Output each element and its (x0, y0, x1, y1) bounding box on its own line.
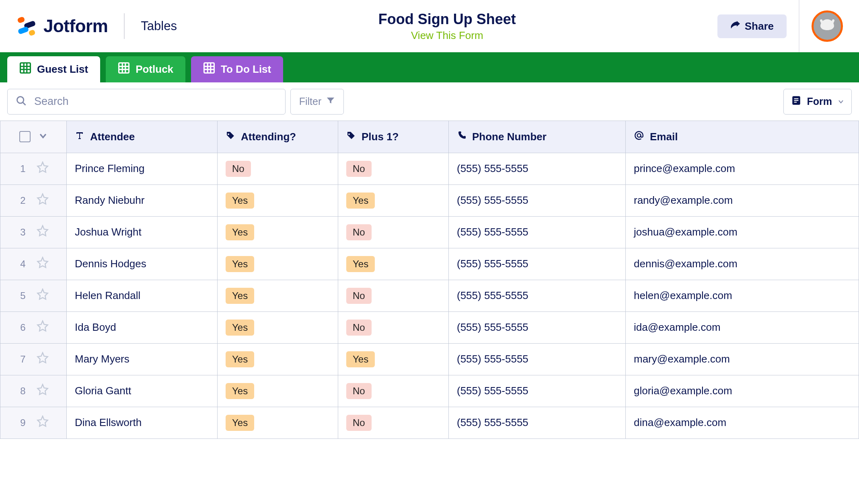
table-row[interactable]: 6Ida BoydYesNo(555) 555-5555ida@example.… (0, 311, 859, 343)
email-cell[interactable]: dina@example.com (626, 407, 859, 438)
attending-cell[interactable]: Yes (218, 343, 338, 375)
attending-cell[interactable]: Yes (218, 248, 338, 280)
search-box[interactable] (7, 89, 286, 115)
email-cell[interactable]: prince@example.com (626, 153, 859, 184)
table-row[interactable]: 1Prince FlemingNoNo(555) 555-5555prince@… (0, 153, 859, 184)
star-icon[interactable] (37, 193, 49, 208)
email-cell[interactable]: mary@example.com (626, 343, 859, 375)
plus1-cell[interactable]: No (338, 216, 449, 248)
table-row[interactable]: 9Dina EllsworthYesNo(555) 555-5555dina@e… (0, 407, 859, 438)
search-input[interactable] (34, 95, 277, 108)
attendee-cell[interactable]: Joshua Wright (67, 216, 218, 248)
email-cell[interactable]: gloria@example.com (626, 375, 859, 407)
email-cell[interactable]: randy@example.com (626, 184, 859, 216)
status-badge: Yes (226, 193, 254, 209)
attending-cell[interactable]: No (218, 153, 338, 184)
email-cell[interactable]: ida@example.com (626, 311, 859, 343)
phone-cell[interactable]: (555) 555-5555 (449, 184, 626, 216)
share-button-label: Share (745, 20, 774, 33)
attendee-cell[interactable]: Gloria Gantt (67, 375, 218, 407)
column-header-email[interactable]: Email (626, 121, 859, 153)
phone-cell[interactable]: (555) 555-5555 (449, 407, 626, 438)
phone-cell[interactable]: (555) 555-5555 (449, 375, 626, 407)
share-button[interactable]: Share (717, 14, 787, 38)
attendee-cell[interactable]: Randy Niebuhr (67, 184, 218, 216)
share-icon (730, 20, 741, 33)
chevron-down-icon[interactable] (39, 131, 47, 143)
star-icon[interactable] (37, 352, 49, 367)
column-label: Email (650, 131, 678, 143)
table-row[interactable]: 2Randy NiebuhrYesYes(555) 555-5555randy@… (0, 184, 859, 216)
star-icon[interactable] (37, 225, 49, 240)
attendee-cell[interactable]: Mary Myers (67, 343, 218, 375)
attendee-cell[interactable]: Dennis Hodges (67, 248, 218, 280)
select-all-checkbox[interactable] (19, 131, 31, 142)
tab-guest-list[interactable]: Guest List (7, 56, 100, 82)
row-header-cell[interactable]: 5 (0, 280, 67, 311)
row-header-cell[interactable]: 8 (0, 375, 67, 407)
view-form-link[interactable]: View This Form (411, 29, 483, 42)
row-header-cell[interactable]: 7 (0, 343, 67, 375)
status-badge: Yes (226, 383, 254, 399)
table-row[interactable]: 7Mary MyersYesYes(555) 555-5555mary@exam… (0, 343, 859, 375)
phone-cell[interactable]: (555) 555-5555 (449, 153, 626, 184)
row-header-cell[interactable]: 4 (0, 248, 67, 280)
attending-cell[interactable]: Yes (218, 280, 338, 311)
phone-cell[interactable]: (555) 555-5555 (449, 280, 626, 311)
avatar[interactable] (812, 10, 843, 42)
tab-potluck[interactable]: Potluck (106, 56, 185, 82)
attending-cell[interactable]: Yes (218, 375, 338, 407)
plus1-cell[interactable]: Yes (338, 184, 449, 216)
email-cell[interactable]: joshua@example.com (626, 216, 859, 248)
plus1-cell[interactable]: Yes (338, 343, 449, 375)
plus1-cell[interactable]: No (338, 407, 449, 438)
phone-cell[interactable]: (555) 555-5555 (449, 216, 626, 248)
row-header-cell[interactable]: 3 (0, 216, 67, 248)
phone-cell[interactable]: (555) 555-5555 (449, 311, 626, 343)
attendee-cell[interactable]: Prince Fleming (67, 153, 218, 184)
column-header-attending[interactable]: Attending? (218, 121, 338, 153)
star-icon[interactable] (37, 256, 49, 271)
select-all-header[interactable] (0, 121, 67, 153)
plus1-cell[interactable]: No (338, 280, 449, 311)
star-icon[interactable] (37, 161, 49, 176)
column-header-phone[interactable]: Phone Number (449, 121, 626, 153)
view-selector[interactable]: Form (783, 89, 852, 115)
svg-line-20 (23, 102, 26, 105)
table-row[interactable]: 8Gloria GanttYesNo(555) 555-5555gloria@e… (0, 375, 859, 407)
star-icon[interactable] (37, 415, 49, 430)
attending-cell[interactable]: Yes (218, 184, 338, 216)
column-header-attendee[interactable]: Attendee (67, 121, 218, 153)
phone-cell[interactable]: (555) 555-5555 (449, 248, 626, 280)
table-row[interactable]: 5Helen RandallYesNo(555) 555-5555helen@e… (0, 280, 859, 311)
filter-button[interactable]: Filter (290, 89, 344, 115)
phone-cell[interactable]: (555) 555-5555 (449, 343, 626, 375)
status-badge: Yes (346, 193, 375, 209)
logo-block[interactable]: Jotform (16, 15, 108, 37)
attending-cell[interactable]: Yes (218, 311, 338, 343)
tab-todo-list[interactable]: To Do List (191, 56, 283, 82)
row-header-cell[interactable]: 1 (0, 153, 67, 184)
plus1-cell[interactable]: No (338, 375, 449, 407)
attendee-cell[interactable]: Helen Randall (67, 280, 218, 311)
attendee-cell[interactable]: Ida Boyd (67, 311, 218, 343)
row-header-cell[interactable]: 2 (0, 184, 67, 216)
plus1-cell[interactable]: No (338, 311, 449, 343)
plus1-cell[interactable]: No (338, 153, 449, 184)
row-header-cell[interactable]: 9 (0, 407, 67, 438)
logo-text: Jotform (43, 16, 108, 36)
star-icon[interactable] (37, 320, 49, 335)
attendee-cell[interactable]: Dina Ellsworth (67, 407, 218, 438)
table-row[interactable]: 3Joshua WrightYesNo(555) 555-5555joshua@… (0, 216, 859, 248)
plus1-cell[interactable]: Yes (338, 248, 449, 280)
email-cell[interactable]: dennis@example.com (626, 248, 859, 280)
attending-cell[interactable]: Yes (218, 407, 338, 438)
star-icon[interactable] (37, 383, 49, 398)
column-header-plus1[interactable]: Plus 1? (338, 121, 449, 153)
star-icon[interactable] (37, 288, 49, 303)
row-header-cell[interactable]: 6 (0, 311, 67, 343)
attending-cell[interactable]: Yes (218, 216, 338, 248)
email-cell[interactable]: helen@example.com (626, 280, 859, 311)
table-row[interactable]: 4Dennis HodgesYesYes(555) 555-5555dennis… (0, 248, 859, 280)
status-badge: Yes (226, 320, 254, 336)
